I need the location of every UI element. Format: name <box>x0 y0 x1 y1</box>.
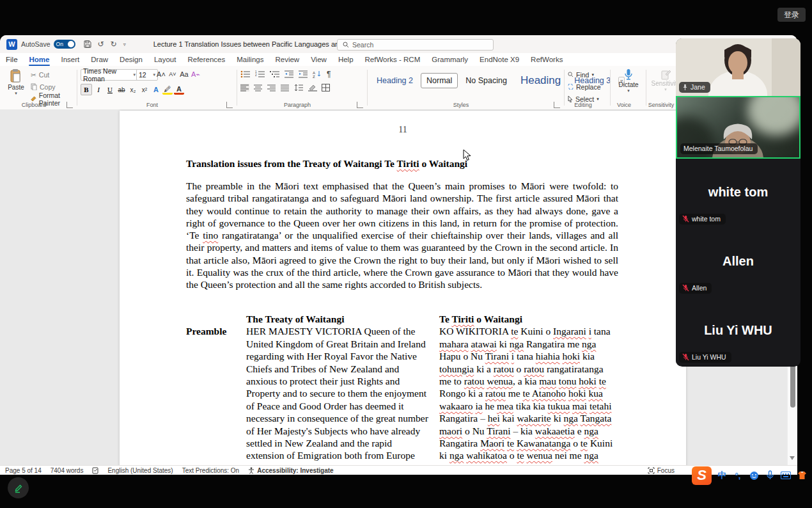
paragraph-dialog-launcher[interactable] <box>357 102 363 108</box>
show-marks-icon[interactable]: ¶ <box>327 70 331 79</box>
treaty-english-column: The Treaty of Waitangi HER MAJESTY VICTO… <box>246 313 428 465</box>
highlight-button[interactable]: 🖉 <box>162 84 173 95</box>
save-icon[interactable] <box>84 40 91 48</box>
tab-endnote[interactable]: EndNote X9 <box>474 53 525 66</box>
underline-button[interactable]: U <box>105 84 115 95</box>
tab-file[interactable]: File <box>0 53 24 66</box>
find-button[interactable]: Find ▾ <box>568 70 601 79</box>
voice-input-icon[interactable] <box>764 470 776 481</box>
page-indicator[interactable]: Page 5 of 14 <box>5 467 42 474</box>
tab-layout[interactable]: Layout <box>148 53 182 66</box>
autosave-toggle[interactable]: On <box>54 40 75 49</box>
style-heading[interactable]: Heading <box>515 71 566 90</box>
chinese-mode-icon[interactable]: 中 <box>716 470 728 481</box>
text-effects-button[interactable]: A <box>151 84 161 95</box>
desktop: 登录 W AutoSave On ↺ ↻ ▿ Lecture 1 Transla… <box>0 0 812 508</box>
tab-refworks-rcm[interactable]: RefWorks - RCM <box>359 53 426 66</box>
qat-more-icon[interactable]: ▿ <box>123 42 126 47</box>
numbering-icon[interactable]: 12 <box>255 70 265 78</box>
proofing-icon[interactable] <box>92 467 98 474</box>
page-number: 11 <box>120 125 686 135</box>
emoji-icon[interactable] <box>748 470 760 481</box>
sensitivity-icon <box>660 68 671 80</box>
tab-mailings[interactable]: Mailings <box>231 53 269 66</box>
tab-design[interactable]: Design <box>114 53 148 66</box>
bold-button[interactable]: B <box>81 84 92 95</box>
clipboard-dialog-launcher[interactable] <box>66 102 73 108</box>
italic-button[interactable]: I <box>93 84 104 95</box>
participant-tile-melenaite[interactable]: Melenaite Taumoefolau <box>676 96 800 159</box>
search-input[interactable]: Search <box>337 39 494 51</box>
dictate-button[interactable]: Dictate ▾ <box>613 68 644 93</box>
focus-button[interactable]: Focus <box>648 466 675 475</box>
align-left-icon[interactable] <box>240 84 249 91</box>
styles-dialog-launcher[interactable] <box>554 102 560 108</box>
replace-icon <box>568 84 574 90</box>
soft-keyboard-icon[interactable] <box>780 470 792 481</box>
font-color-button[interactable]: A <box>174 84 184 95</box>
login-button[interactable]: 登录 <box>777 8 806 22</box>
change-case-button[interactable]: Aa <box>179 69 189 79</box>
grow-font-button[interactable]: A˄ <box>156 69 166 79</box>
clear-formatting-button[interactable]: A⌁ <box>191 69 201 79</box>
dictate-mic-icon <box>624 68 633 81</box>
tab-view[interactable]: View <box>305 53 332 66</box>
tab-insert[interactable]: Insert <box>55 53 85 66</box>
scroll-down-icon[interactable] <box>790 456 795 460</box>
strikethrough-button[interactable]: ab <box>116 84 127 95</box>
cut-button[interactable]: ✂Cut <box>31 70 74 79</box>
tab-home[interactable]: Home <box>24 53 56 66</box>
tab-grammarly[interactable]: Grammarly <box>426 53 474 66</box>
subscript-button[interactable]: x₂ <box>128 84 138 95</box>
annotation-pen-button[interactable] <box>8 477 29 498</box>
redo-icon[interactable]: ↻ <box>111 40 117 49</box>
copy-button[interactable]: Copy <box>31 82 74 91</box>
tab-references[interactable]: References <box>182 53 231 66</box>
bullets-icon[interactable] <box>240 70 251 78</box>
text-predictions[interactable]: Text Predictions: On <box>182 467 239 474</box>
participant-tile-white-tom[interactable]: white tom white tom <box>676 159 800 228</box>
style-heading2[interactable]: Heading 2 <box>371 73 419 88</box>
select-icon <box>568 96 573 102</box>
tab-draw[interactable]: Draw <box>85 53 114 66</box>
undo-icon[interactable]: ↺ <box>98 40 104 49</box>
increase-indent-icon[interactable] <box>299 70 308 78</box>
tab-review[interactable]: Review <box>269 53 305 66</box>
accessibility-status[interactable]: Accessibility: Investigate <box>248 467 334 474</box>
copy-icon <box>31 83 37 90</box>
font-size-select[interactable]: 12▾ <box>136 69 158 81</box>
replace-button[interactable]: Replace <box>568 82 601 91</box>
shrink-font-button[interactable]: A˅ <box>168 69 178 79</box>
sort-icon[interactable]: AZ <box>313 70 322 78</box>
style-nospacing[interactable]: No Spacing <box>460 73 513 88</box>
skin-icon[interactable] <box>796 470 808 481</box>
participant-name-large: Allen <box>676 254 800 269</box>
document-page[interactable]: 11 Translation issues from the Treaty of… <box>120 111 686 465</box>
align-right-icon[interactable] <box>267 84 276 91</box>
participant-tile-allen[interactable]: Allen Allen <box>676 228 800 297</box>
borders-icon[interactable] <box>322 84 330 91</box>
participant-tile-liu-yi-whu[interactable]: Liu Yi WHU Liu Yi WHU <box>676 297 800 366</box>
shading-icon[interactable] <box>308 84 317 91</box>
font-dialog-launcher[interactable] <box>226 102 233 108</box>
justify-icon[interactable] <box>281 84 290 91</box>
autosave-state: On <box>56 41 63 47</box>
participant-tile-jane[interactable]: Jane <box>676 38 800 96</box>
line-spacing-icon[interactable] <box>294 84 304 91</box>
style-normal[interactable]: Normal <box>421 73 458 88</box>
paste-button[interactable]: ​Paste ▾ <box>5 68 27 96</box>
superscript-button[interactable]: x² <box>139 84 150 95</box>
align-center-icon[interactable] <box>254 84 263 91</box>
multilevel-list-icon[interactable] <box>270 70 280 78</box>
treaty-table: Preamble The Treaty of Waitangi HER MAJE… <box>186 313 621 465</box>
language-indicator[interactable]: English (United States) <box>107 467 173 474</box>
font-family-select[interactable]: Times New Roman▾ <box>81 69 138 81</box>
sogou-logo-icon[interactable]: S <box>692 466 712 485</box>
svg-text:2: 2 <box>255 74 257 77</box>
word-count[interactable]: 7404 words <box>51 467 84 474</box>
mouse-cursor <box>463 149 471 161</box>
tab-refworks[interactable]: RefWorks <box>525 53 568 66</box>
punctuation-mode-icon[interactable]: °, <box>732 470 744 481</box>
tab-help[interactable]: Help <box>332 53 359 66</box>
decrease-indent-icon[interactable] <box>285 70 294 78</box>
